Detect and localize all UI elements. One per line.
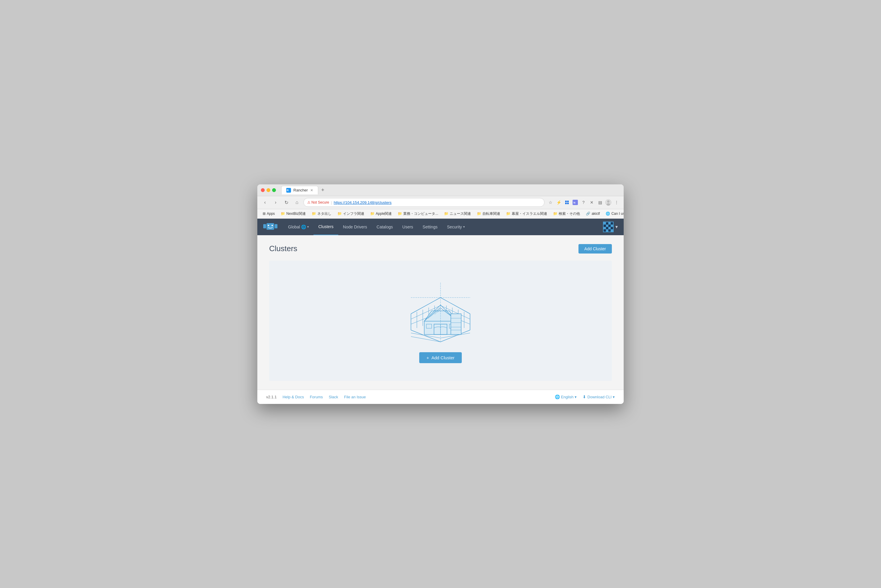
svg-rect-28 xyxy=(611,227,613,229)
minimize-button[interactable] xyxy=(267,188,270,192)
nav-right: ▾ xyxy=(603,222,618,232)
sidebar-icon[interactable]: ▤ xyxy=(596,199,604,206)
forums-link[interactable]: Forums xyxy=(310,395,323,399)
brand-logo xyxy=(263,222,277,232)
add-cluster-header-button[interactable]: Add Cluster xyxy=(578,244,612,254)
svg-rect-29 xyxy=(604,229,606,232)
nav-settings[interactable]: Settings xyxy=(418,219,442,235)
not-secure-label: Not Secure xyxy=(312,200,329,204)
nav-node-drivers[interactable]: Node Drivers xyxy=(338,219,372,235)
bookmark-bicycle[interactable]: 📁 自転車関連 xyxy=(475,211,502,217)
nav-security[interactable]: Security ▾ xyxy=(442,219,469,235)
bookmark-akictf[interactable]: 🔗 akictf xyxy=(583,211,602,216)
help-icon[interactable]: ? xyxy=(580,199,587,206)
menu-icon[interactable]: ⋮ xyxy=(613,199,620,206)
svg-point-10 xyxy=(607,203,610,206)
not-secure-indicator: ⚠ Not Secure xyxy=(307,200,329,204)
svg-rect-5 xyxy=(567,203,569,204)
url-text: https://104.154.209.148/g/clusters xyxy=(334,200,391,205)
address-bar: ‹ › ↻ ⌂ ⚠ Not Secure | https://104.154.2… xyxy=(257,196,624,209)
back-button[interactable]: ‹ xyxy=(261,198,269,207)
node-drivers-label: Node Drivers xyxy=(343,225,367,229)
footer-right: 🌐 English ▾ ⬇ Download CLI ▾ xyxy=(555,394,615,399)
svg-rect-17 xyxy=(604,222,606,225)
svg-rect-12 xyxy=(267,223,274,230)
svg-rect-27 xyxy=(608,227,611,229)
language-label: English xyxy=(561,395,574,399)
nav-users[interactable]: Users xyxy=(398,219,418,235)
url-divider: | xyxy=(331,200,332,205)
users-label: Users xyxy=(402,225,413,229)
add-cluster-center-label: Add Cluster xyxy=(432,355,454,360)
address-actions: ☆ ⚡ N ? ✕ ▤ ⋮ xyxy=(547,199,620,206)
content-area: Clusters Add Cluster xyxy=(257,235,624,390)
language-selector[interactable]: 🌐 English ▾ xyxy=(555,394,577,399)
app-container: Global 🌐 ▾ Clusters Node Drivers Catalog… xyxy=(257,219,624,404)
link-icon-1: 🔗 xyxy=(586,212,590,216)
security-dropdown-icon: ▾ xyxy=(463,225,465,228)
clusters-label: Clusters xyxy=(318,224,333,229)
version-label: v2.1.1 xyxy=(266,395,277,399)
bookmark-canuse[interactable]: 🌐 Can I use... Suppo... xyxy=(603,211,624,216)
bookmark-neta[interactable]: 📁 ネタ出し xyxy=(309,211,334,217)
apps-grid-icon: ⊞ xyxy=(263,212,265,216)
nav-catalogs[interactable]: Catalogs xyxy=(372,219,398,235)
nav-global[interactable]: Global 🌐 ▾ xyxy=(283,219,313,235)
security-label: Security xyxy=(447,225,462,229)
svg-text:R: R xyxy=(287,189,289,192)
maximize-button[interactable] xyxy=(272,188,276,192)
url-bar[interactable]: ⚠ Not Secure | https://104.154.209.148/g… xyxy=(303,198,544,207)
global-label: Global xyxy=(288,225,300,229)
nav-clusters[interactable]: Clusters xyxy=(313,219,338,235)
farm-illustration xyxy=(393,278,488,344)
help-docs-link[interactable]: Help & Docs xyxy=(282,395,304,399)
svg-rect-32 xyxy=(611,229,613,232)
cli-label: Download CLI xyxy=(587,395,611,399)
bookmark-business[interactable]: 📁 業務・コンピュータ... xyxy=(395,211,440,217)
bookmark-makuya[interactable]: 📁 幕屋・イスラエル関連 xyxy=(504,211,550,217)
svg-rect-24 xyxy=(611,225,613,227)
user-avatar[interactable] xyxy=(603,222,614,232)
bookmark-news[interactable]: 📁 ニュース関連 xyxy=(442,211,473,217)
svg-rect-19 xyxy=(608,222,611,225)
bookmark-nextbiz[interactable]: 📁 NextBiz関連 xyxy=(278,211,308,217)
svg-rect-70 xyxy=(451,314,461,334)
svg-rect-3 xyxy=(567,201,569,202)
language-dropdown-icon: ▾ xyxy=(575,395,577,399)
new-tab-button[interactable]: + xyxy=(319,187,326,193)
svg-rect-4 xyxy=(565,203,567,204)
folder-icon-6: 📁 xyxy=(444,212,448,216)
home-button[interactable]: ⌂ xyxy=(293,198,301,207)
close-icon[interactable]: ✕ xyxy=(588,199,595,206)
svg-rect-11 xyxy=(263,224,266,228)
star-icon[interactable]: ☆ xyxy=(547,199,554,206)
catalogs-label: Catalogs xyxy=(377,225,393,229)
slack-link[interactable]: Slack xyxy=(329,395,338,399)
profile-icon[interactable] xyxy=(605,199,612,206)
add-cluster-center-button[interactable]: + Add Cluster xyxy=(419,352,461,363)
svg-rect-22 xyxy=(606,225,608,227)
globe-nav-icon: 🌐 xyxy=(301,225,306,229)
forward-button[interactable]: › xyxy=(271,198,280,207)
bookmark-apps[interactable]: ⊞ Apps xyxy=(260,211,277,216)
svg-rect-20 xyxy=(611,222,613,225)
bookmark-apple[interactable]: 📁 Apple関連 xyxy=(368,211,394,217)
bookmark-infra[interactable]: 📁 インフラ関連 xyxy=(335,211,367,217)
bookmark-search[interactable]: 📁 検索・その他 xyxy=(551,211,582,217)
user-dropdown-icon[interactable]: ▾ xyxy=(616,224,618,230)
svg-rect-23 xyxy=(608,225,611,227)
onenote-icon[interactable]: N xyxy=(572,199,579,206)
file-issue-link[interactable]: File an Issue xyxy=(344,395,366,399)
svg-rect-2 xyxy=(565,201,567,202)
svg-point-15 xyxy=(271,225,273,226)
tab-close-button[interactable]: ✕ xyxy=(310,188,313,192)
svg-rect-18 xyxy=(606,222,608,225)
lightning-icon[interactable]: ⚡ xyxy=(555,199,562,206)
close-button[interactable] xyxy=(261,188,265,192)
svg-rect-30 xyxy=(606,229,608,232)
reload-button[interactable]: ↻ xyxy=(282,198,291,207)
bookmarks-bar: ⊞ Apps 📁 NextBiz関連 📁 ネタ出し 📁 インフラ関連 📁 App… xyxy=(257,209,624,219)
download-cli-button[interactable]: ⬇ Download CLI ▾ xyxy=(583,394,615,399)
active-tab[interactable]: R Rancher ✕ xyxy=(281,186,318,194)
extension-icon[interactable] xyxy=(563,199,571,206)
